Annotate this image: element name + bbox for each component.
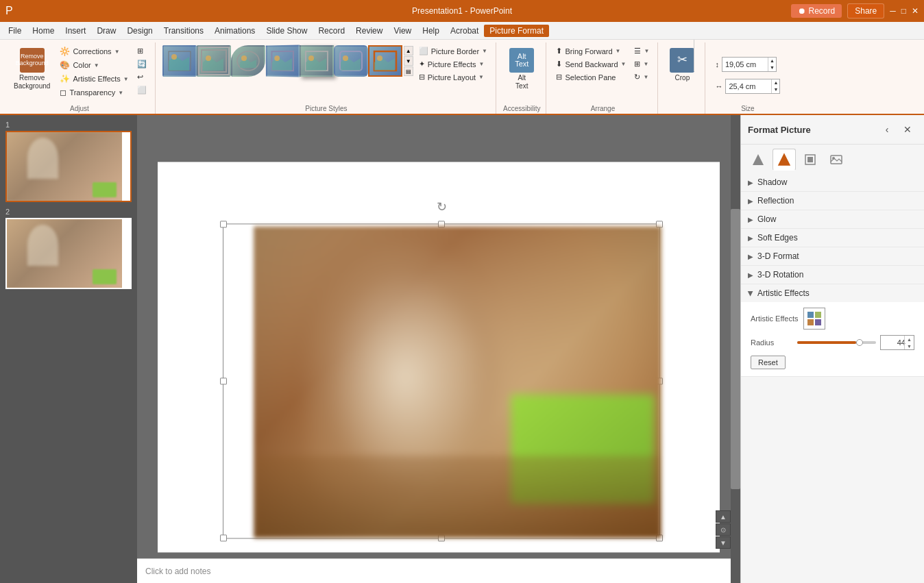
- menu-picture-format[interactable]: Picture Format: [484, 25, 549, 37]
- canvas-nav-middle[interactable]: ⊙: [716, 523, 731, 536]
- pic-style-7[interactable]: [368, 45, 402, 77]
- artistic-effects-picker-button[interactable]: [803, 308, 825, 330]
- slide-1-thumbnail[interactable]: [5, 131, 132, 202]
- maximize-icon[interactable]: □: [901, 6, 906, 16]
- selection-box[interactable]: ↻: [223, 223, 660, 538]
- close-icon[interactable]: ✕: [912, 6, 919, 16]
- radius-slider[interactable]: [797, 341, 876, 344]
- menu-file[interactable]: File: [3, 25, 27, 37]
- pic-style-scroll-more[interactable]: ▤: [404, 66, 413, 76]
- notes-bar[interactable]: Click to add notes: [137, 558, 731, 583]
- color-button[interactable]: 🎨 Color ▼: [57, 59, 131, 71]
- handle-bottom-left[interactable]: [220, 534, 227, 541]
- menu-draw[interactable]: Draw: [91, 25, 121, 37]
- slide-1-container: 1: [5, 121, 132, 202]
- height-input[interactable]: 19,05 cm ▲ ▼: [722, 57, 777, 72]
- pic-style-scroll-down[interactable]: ▼: [404, 56, 413, 66]
- svg-point-5: [241, 55, 247, 61]
- canvas-scrollbar-vertical[interactable]: [731, 115, 740, 583]
- bring-forward-button[interactable]: ⬆ Bring Forward ▼: [553, 45, 629, 57]
- slide-2-thumbnail[interactable]: [5, 218, 132, 289]
- fp-section-artistic-effects-header[interactable]: ▶ Artistic Effects: [741, 284, 924, 302]
- menu-help[interactable]: Help: [417, 25, 445, 37]
- transparency-button[interactable]: ◻ Transparency ▼: [57, 86, 131, 99]
- width-up[interactable]: ▲: [772, 79, 779, 86]
- rotate-handle[interactable]: ↻: [437, 199, 447, 214]
- menu-insert[interactable]: Insert: [60, 25, 91, 37]
- align-button[interactable]: ☰ ▼: [631, 45, 652, 57]
- width-input[interactable]: 25,4 cm ▲ ▼: [725, 79, 780, 94]
- minimize-icon[interactable]: ─: [890, 6, 896, 16]
- pic-style-scroll-up[interactable]: ▲: [404, 46, 413, 55]
- picture-layout-button[interactable]: ⊟ Picture Layout ▼: [416, 71, 490, 83]
- radius-up[interactable]: ▲: [904, 336, 914, 343]
- reset-picture-size-button[interactable]: ⬜: [134, 84, 149, 96]
- picture-border-button[interactable]: ⬜ Picture Border ▼: [416, 45, 490, 57]
- selection-pane-button[interactable]: ⊟ Selection Pane: [553, 71, 629, 83]
- height-up[interactable]: ▲: [768, 58, 776, 64]
- canvas-nav-up[interactable]: ▲: [716, 510, 731, 523]
- fp-tab-effects[interactable]: [773, 149, 796, 171]
- fp-tab-layout[interactable]: [799, 149, 822, 171]
- size-label: Size: [712, 105, 783, 114]
- format-panel-back-button[interactable]: ‹: [877, 121, 897, 138]
- picture-effects-button[interactable]: ✦ Picture Effects ▼: [416, 58, 490, 70]
- alt-text-button[interactable]: AltText AltText: [504, 45, 539, 93]
- fp-section-3d-rotation-header[interactable]: ▶ 3-D Rotation: [741, 266, 924, 284]
- reset-picture-button[interactable]: ↩: [134, 71, 149, 83]
- crop-content: ✂ Crop: [665, 42, 699, 112]
- radius-spinners: ▲ ▼: [904, 336, 914, 349]
- slide-2-container: 2: [5, 208, 132, 289]
- fp-section-soft-edges-header[interactable]: ▶ Soft Edges: [741, 229, 924, 247]
- artistic-effects-button[interactable]: ✨ Artistic Effects ▼: [57, 73, 131, 85]
- canvas-nav-down[interactable]: ▼: [716, 536, 731, 549]
- soft-edges-chevron: ▶: [748, 234, 753, 242]
- pic-style-6[interactable]: [334, 45, 368, 77]
- format-panel-close-button[interactable]: ✕: [898, 121, 917, 138]
- handle-mid-left[interactable]: [220, 377, 227, 384]
- handle-top-left[interactable]: [220, 221, 227, 227]
- group-button[interactable]: ⊞ ▼: [631, 58, 652, 70]
- menu-slideshow[interactable]: Slide Show: [260, 25, 313, 37]
- menu-home[interactable]: Home: [27, 25, 60, 37]
- fp-section-3d-format-header[interactable]: ▶ 3-D Format: [741, 247, 924, 265]
- send-backward-button[interactable]: ⬇ Send Backward ▼: [553, 58, 629, 70]
- menu-animations[interactable]: Animations: [209, 25, 260, 37]
- compress-pictures-button[interactable]: ⊞: [134, 45, 149, 57]
- menu-transitions[interactable]: Transitions: [158, 25, 209, 37]
- menu-acrobat[interactable]: Acrobat: [445, 25, 484, 37]
- fp-section-glow-header[interactable]: ▶ Glow: [741, 210, 924, 228]
- fp-section-shadow-header[interactable]: ▶ Shadow: [741, 173, 924, 191]
- change-picture-button[interactable]: 🔄: [134, 58, 149, 70]
- height-spinners: ▲ ▼: [768, 58, 776, 71]
- pic-style-5[interactable]: [300, 45, 334, 77]
- pic-style-4[interactable]: [266, 45, 300, 77]
- menu-design[interactable]: Design: [121, 25, 158, 37]
- crop-button[interactable]: ✂ Crop: [665, 45, 699, 85]
- rotate-button[interactable]: ↻ ▼: [631, 71, 652, 83]
- share-button[interactable]: Share: [847, 3, 884, 18]
- pic-style-2[interactable]: [197, 45, 231, 77]
- pic-style-3[interactable]: [231, 45, 265, 77]
- pic-style-1[interactable]: [162, 45, 197, 77]
- slide-canvas: ↻: [158, 162, 720, 552]
- canvas-scrollbar-thumb[interactable]: [731, 209, 740, 490]
- record-button[interactable]: ⏺ Record: [791, 4, 842, 18]
- fp-section-reflection-header[interactable]: ▶ Reflection: [741, 192, 924, 210]
- height-down[interactable]: ▼: [768, 64, 776, 71]
- radius-number-input[interactable]: 44 ▲ ▼: [880, 335, 914, 350]
- width-down[interactable]: ▼: [772, 86, 779, 93]
- fp-tab-fill[interactable]: [746, 149, 770, 171]
- corrections-button[interactable]: 🔆 Corrections ▼: [57, 45, 131, 58]
- remove-background-button[interactable]: RemoveBackground Remove Background: [10, 45, 54, 93]
- radius-slider-thumb[interactable]: [856, 339, 863, 346]
- artistic-effects-label: Artistic Effects: [751, 314, 798, 323]
- fp-tab-image[interactable]: [825, 149, 848, 171]
- menu-review[interactable]: Review: [350, 25, 388, 37]
- radius-down[interactable]: ▼: [904, 343, 914, 349]
- reset-button[interactable]: Reset: [751, 356, 786, 369]
- svg-marker-14: [753, 154, 764, 165]
- menu-record[interactable]: Record: [313, 25, 350, 37]
- menu-view[interactable]: View: [388, 25, 417, 37]
- format-panel-body: ▶ Shadow ▶ Reflection ▶ Glow ▶: [741, 171, 924, 583]
